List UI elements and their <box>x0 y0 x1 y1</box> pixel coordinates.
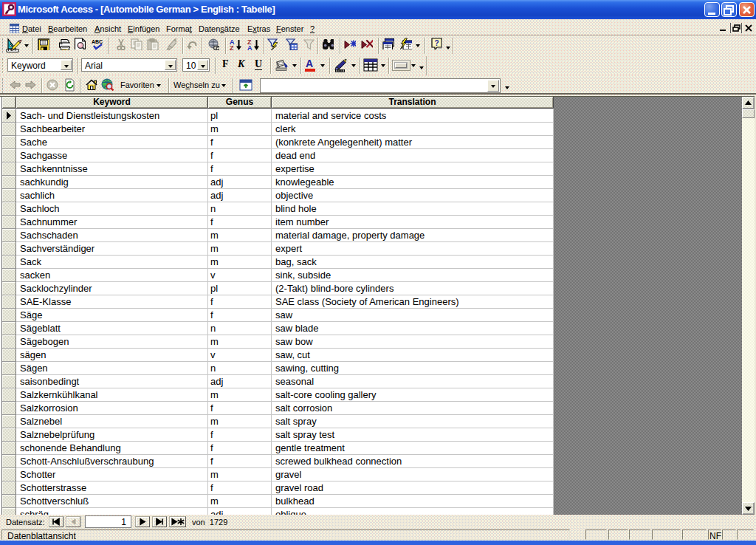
svg-text:Z: Z <box>230 44 234 50</box>
svg-text:ABC: ABC <box>92 39 103 44</box>
svg-text:?: ? <box>435 39 439 47</box>
svg-text:A: A <box>247 44 252 50</box>
